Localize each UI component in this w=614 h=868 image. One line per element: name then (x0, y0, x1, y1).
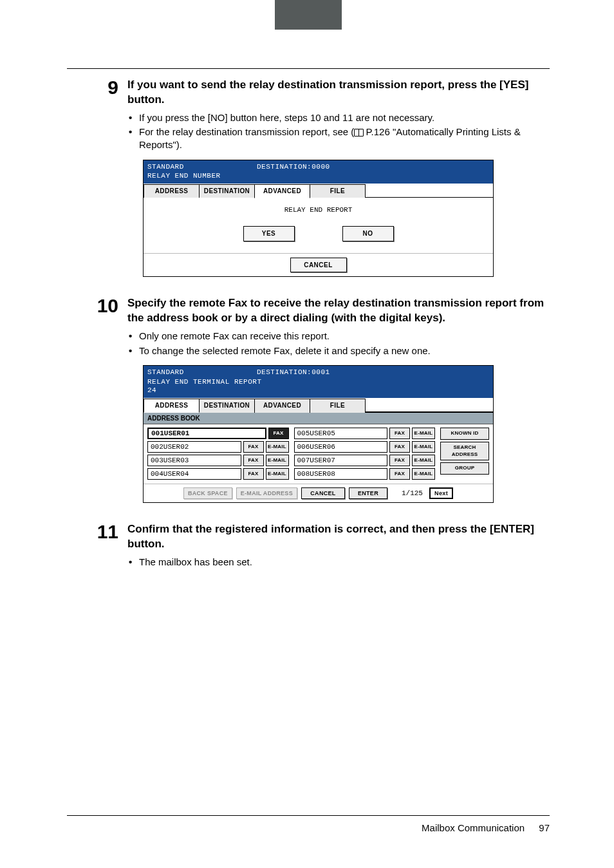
tab-destination[interactable]: DESTINATION (199, 184, 255, 198)
email-tag[interactable]: E-MAIL (412, 441, 435, 453)
address-book-body: 001USER01 FAX 002USER02 FAX E-MAIL (144, 424, 493, 484)
email-tag[interactable]: E-MAIL (412, 468, 435, 480)
step-body: If you want to send the relay destinatio… (127, 78, 550, 281)
email-tag[interactable]: E-MAIL (266, 455, 289, 466)
known-id-button[interactable]: KNOWN ID (440, 428, 489, 440)
address-entry[interactable]: 004USER04 (147, 468, 241, 480)
enter-button[interactable]: ENTER (349, 487, 387, 499)
bullet-item: To change the selected remote Fax, delet… (127, 344, 550, 357)
fax-header-subtitle: RELAY END TERMINAL REPORT (147, 378, 489, 387)
email-address-button[interactable]: E-MAIL ADDRESS (236, 487, 297, 499)
fax-tag[interactable]: FAX (389, 441, 410, 453)
bullet-item: If you press the [NO] button here, steps… (127, 111, 550, 124)
address-row[interactable]: 006USER06 FAX E-MAIL (294, 441, 436, 453)
email-tag[interactable]: E-MAIL (266, 468, 289, 480)
fax-panel-screenshot-2: STANDARD DESTINATION:0001 RELAY END TERM… (143, 365, 494, 503)
email-tag[interactable]: E-MAIL (412, 455, 435, 466)
fax-header-subtitle: RELAY END NUMBER (147, 172, 489, 181)
address-row[interactable]: 001USER01 FAX (147, 428, 289, 439)
step-bullets: If you press the [NO] button here, steps… (127, 111, 550, 152)
fax-header-subtitle2: 24 (147, 386, 489, 395)
fax-tabs: ADDRESS DESTINATION ADVANCED FILE (144, 184, 493, 198)
no-button[interactable]: NO (342, 226, 394, 241)
footer-section: Mailbox Communication (422, 822, 525, 833)
tab-address[interactable]: ADDRESS (144, 184, 200, 198)
address-entry[interactable]: 003USER03 (147, 455, 241, 466)
fax-tag[interactable]: FAX (389, 455, 410, 466)
email-tag[interactable]: E-MAIL (266, 441, 289, 453)
fax-tabs: ADDRESS DESTINATION ADVANCED FILE (144, 398, 493, 412)
address-entry[interactable]: 006USER06 (294, 441, 388, 453)
address-entry[interactable]: 002USER02 (147, 441, 241, 453)
yes-button[interactable]: YES (243, 226, 295, 241)
bullet-item: For the relay destination transmission r… (127, 126, 550, 152)
address-entry[interactable]: 008USER08 (294, 468, 388, 480)
fax-header-mode: STANDARD (147, 163, 257, 172)
fax-tag[interactable]: FAX (243, 455, 264, 466)
bullet-item: The mailbox has been set. (127, 556, 550, 569)
cancel-button[interactable]: CANCEL (301, 487, 345, 499)
address-side-buttons: KNOWN ID SEARCH ADDRESS GROUP (440, 428, 489, 482)
page-indicator: 1/125 (402, 489, 423, 498)
email-tag[interactable]: E-MAIL (412, 428, 435, 439)
address-row[interactable]: 008USER08 FAX E-MAIL (294, 468, 436, 480)
address-row[interactable]: 007USER07 FAX E-MAIL (294, 455, 436, 466)
fax-header-destination: DESTINATION:0000 (257, 163, 330, 172)
footer-page-number: 97 (539, 822, 550, 833)
bullet-item: Only one remote Fax can receive this rep… (127, 330, 550, 343)
address-row[interactable]: 002USER02 FAX E-MAIL (147, 441, 289, 453)
next-button[interactable]: Next (429, 487, 453, 499)
fax-header-mode: STANDARD (147, 368, 257, 377)
fax-tag[interactable]: FAX (268, 428, 289, 439)
address-entry[interactable]: 005USER05 (294, 428, 388, 439)
fax-panel-screenshot-1: STANDARD DESTINATION:0000 RELAY END NUMB… (143, 160, 494, 278)
step-9: 9 If you want to send the relay destinat… (67, 78, 550, 281)
step-title: Confirm that the registered information … (127, 522, 550, 552)
address-entry[interactable]: 001USER01 (147, 428, 266, 439)
cancel-button[interactable]: CANCEL (290, 258, 347, 273)
fax-tag[interactable]: FAX (389, 428, 410, 439)
address-row[interactable]: 005USER05 FAX E-MAIL (294, 428, 436, 439)
cancel-row: CANCEL (144, 253, 493, 277)
step-body: Confirm that the registered information … (127, 522, 550, 576)
fax-tag[interactable]: FAX (243, 468, 264, 480)
step-number: 11 (67, 522, 127, 576)
address-book-header: ADDRESS BOOK (144, 412, 493, 425)
step-title: If you want to send the relay destinatio… (127, 78, 550, 108)
tab-destination[interactable]: DESTINATION (199, 399, 255, 413)
page-footer: Mailbox Communication 97 (67, 815, 550, 833)
yes-no-row: YES NO (149, 226, 488, 241)
tab-file[interactable]: FILE (310, 184, 366, 198)
fax-header-destination: DESTINATION:0001 (257, 368, 330, 377)
header-rule (67, 68, 550, 69)
fax-panel-body: RELAY END REPORT YES NO (144, 198, 493, 253)
group-button[interactable]: GROUP (440, 462, 489, 475)
address-right-column: 005USER05 FAX E-MAIL 006USER06 FAX E-MAI… (294, 428, 436, 482)
fax-header: STANDARD DESTINATION:0001 RELAY END TERM… (144, 366, 493, 398)
tab-advanced[interactable]: ADVANCED (254, 184, 310, 198)
step-10: 10 Specify the remote Fax to receive the… (67, 296, 550, 507)
tab-advanced[interactable]: ADVANCED (254, 399, 310, 413)
fax-tag[interactable]: FAX (389, 468, 410, 480)
search-address-button[interactable]: SEARCH ADDRESS (440, 442, 489, 461)
tab-address[interactable]: ADDRESS (144, 399, 200, 413)
address-left-column: 001USER01 FAX 002USER02 FAX E-MAIL (147, 428, 289, 482)
address-row[interactable]: 004USER04 FAX E-MAIL (147, 468, 289, 480)
step-bullets: Only one remote Fax can receive this rep… (127, 330, 550, 357)
step-number: 10 (67, 296, 127, 507)
book-icon (354, 129, 363, 136)
step-number: 9 (67, 78, 127, 281)
page-content: 9 If you want to send the relay destinat… (67, 68, 550, 592)
step-bullets: The mailbox has been set. (127, 556, 550, 569)
step-body: Specify the remote Fax to receive the re… (127, 296, 550, 507)
relay-end-report-label: RELAY END REPORT (149, 205, 488, 215)
step-11: 11 Confirm that the registered informati… (67, 522, 550, 576)
page-header-tab (275, 0, 342, 30)
fax-tag[interactable]: FAX (243, 441, 264, 453)
step-title: Specify the remote Fax to receive the re… (127, 296, 550, 326)
tab-file[interactable]: FILE (310, 399, 366, 413)
address-row[interactable]: 003USER03 FAX E-MAIL (147, 455, 289, 466)
address-entry[interactable]: 007USER07 (294, 455, 388, 466)
backspace-button[interactable]: BACK SPACE (183, 487, 232, 499)
fax-header: STANDARD DESTINATION:0000 RELAY END NUMB… (144, 160, 493, 184)
